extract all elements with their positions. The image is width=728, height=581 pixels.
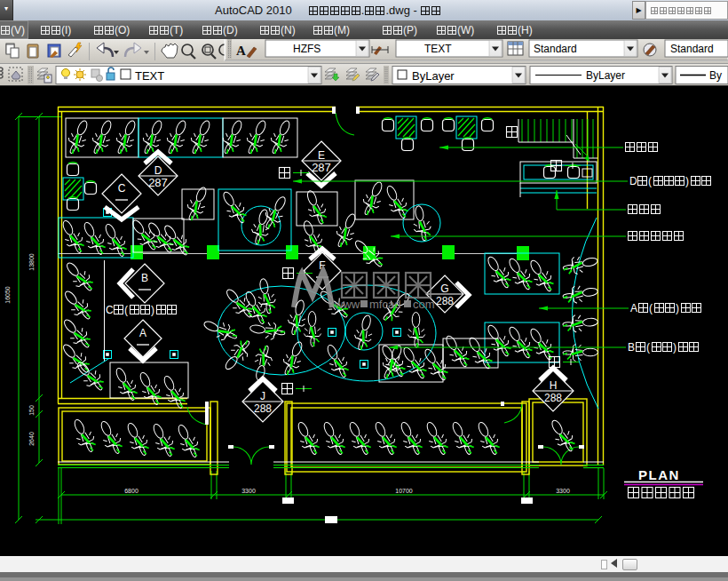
svg-text:C: C xyxy=(106,304,114,316)
svg-text:ByLayer: ByLayer xyxy=(412,69,455,83)
svg-text:288: 288 xyxy=(544,392,562,404)
svg-text:2640: 2640 xyxy=(28,432,35,446)
svg-text:G: G xyxy=(440,283,448,295)
svg-text:E: E xyxy=(318,149,325,162)
svg-text:10700: 10700 xyxy=(395,488,413,494)
svg-text:TEXT: TEXT xyxy=(135,69,164,83)
svg-text:(: ( xyxy=(648,175,652,187)
svg-text:): ) xyxy=(676,302,679,314)
svg-text:A: A xyxy=(630,302,637,314)
svg-text:PLAN: PLAN xyxy=(638,467,680,482)
svg-text:3300: 3300 xyxy=(556,488,570,494)
svg-text:A: A xyxy=(139,327,146,339)
svg-text:HZFS: HZFS xyxy=(293,43,320,55)
svg-text:Standard: Standard xyxy=(670,43,714,55)
svg-text:287: 287 xyxy=(148,176,168,189)
svg-text:150: 150 xyxy=(28,405,35,416)
svg-text:com: com xyxy=(413,298,435,311)
svg-text:Standard: Standard xyxy=(534,43,577,55)
svg-text:): ) xyxy=(151,304,154,316)
svg-text:D: D xyxy=(629,175,637,187)
svg-text:D: D xyxy=(154,164,162,177)
svg-text:): ) xyxy=(685,175,689,187)
svg-text:287: 287 xyxy=(312,161,331,174)
svg-text:mfcad: mfcad xyxy=(369,298,400,311)
svg-text:13800: 13800 xyxy=(28,253,35,271)
svg-text:www: www xyxy=(334,298,360,311)
svg-text:A: A xyxy=(236,44,246,58)
svg-text:(: ( xyxy=(646,341,650,354)
svg-text:3300: 3300 xyxy=(241,488,256,494)
svg-text:TEXT: TEXT xyxy=(424,43,452,55)
svg-text:B: B xyxy=(628,341,635,354)
svg-text:(: ( xyxy=(124,304,128,316)
svg-text:288: 288 xyxy=(436,295,454,307)
svg-text:): ) xyxy=(673,341,677,354)
svg-text:16050: 16050 xyxy=(4,286,11,304)
svg-text:J: J xyxy=(260,390,265,402)
svg-text:H: H xyxy=(550,379,558,392)
svg-text:6800: 6800 xyxy=(124,488,138,494)
svg-text:(: ( xyxy=(649,302,653,314)
svg-text:ByLayer: ByLayer xyxy=(586,69,625,82)
svg-text:B: B xyxy=(141,272,148,284)
svg-text:288: 288 xyxy=(254,402,272,415)
svg-text:C: C xyxy=(118,182,126,195)
svg-text:By: By xyxy=(709,69,722,82)
